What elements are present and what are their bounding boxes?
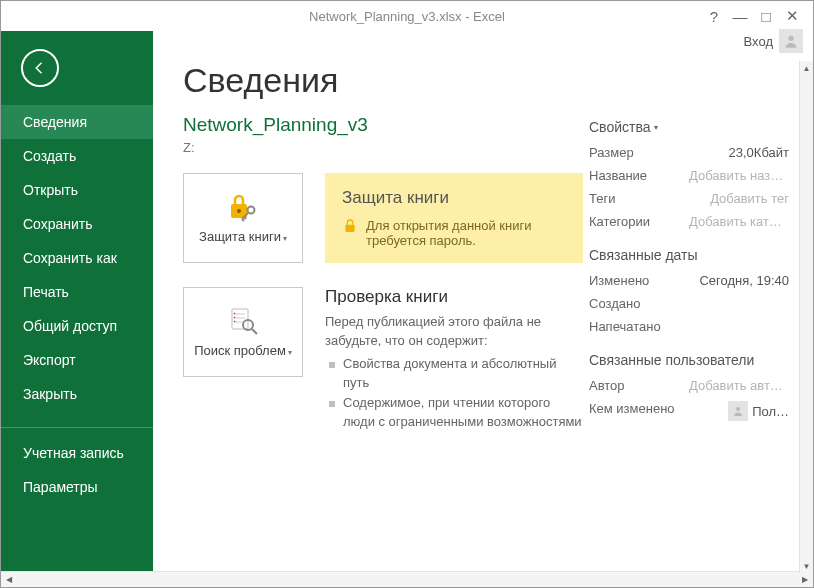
sidebar-item[interactable]: Сохранить — [1, 207, 153, 241]
inspect-intro: Перед публикацией этого файла не забудьт… — [325, 313, 583, 351]
properties-heading[interactable]: Свойства▾ — [589, 119, 789, 135]
property-key: Категории — [589, 214, 650, 229]
sidebar-item[interactable]: Сохранить как — [1, 241, 153, 275]
lock-icon — [342, 218, 358, 237]
protect-panel: Защита книги Для открытия данной книги т… — [325, 173, 583, 263]
sidebar-item[interactable]: Печать — [1, 275, 153, 309]
lock-key-icon — [227, 192, 259, 225]
sidebar-divider — [1, 427, 153, 428]
page-title: Сведения — [183, 61, 783, 100]
property-key: Создано — [589, 296, 640, 311]
svg-point-7 — [736, 407, 740, 411]
protect-workbook-button[interactable]: Защита книги▾ — [183, 173, 303, 263]
vertical-scrollbar[interactable]: ▲ ▼ — [799, 61, 813, 573]
property-value[interactable]: Добавить тег — [710, 191, 789, 206]
property-value[interactable]: Добавить категорию — [689, 214, 789, 229]
property-value[interactable]: Добавить автора — [689, 378, 789, 393]
sidebar-item[interactable]: Сведения — [1, 105, 153, 139]
sidebar-item[interactable]: Создать — [1, 139, 153, 173]
close-icon[interactable]: ✕ — [779, 5, 805, 27]
inspect-button[interactable]: Поиск проблем▾ — [183, 287, 303, 377]
property-row: Размер23,0Кбайт — [589, 145, 789, 160]
properties-panel: Свойства▾ Размер23,0КбайтНазваниеДобавит… — [589, 119, 789, 429]
property-row: ИзмененоСегодня, 19:40 — [589, 273, 789, 288]
related-people-heading: Связанные пользователи — [589, 352, 789, 368]
horizontal-scrollbar[interactable]: ◀ ▶ — [1, 571, 813, 587]
property-key: Название — [589, 168, 647, 183]
inspect-heading: Проверка книги — [325, 287, 583, 307]
chevron-down-icon: ▾ — [654, 123, 658, 132]
property-row: Напечатано — [589, 319, 789, 334]
property-value: Пол… — [728, 401, 789, 421]
main-content: Сведения Network_Planning_v3 Z: — [153, 31, 813, 571]
scroll-right-icon[interactable]: ▶ — [797, 575, 813, 584]
property-value: Сегодня, 19:40 — [699, 273, 789, 288]
property-value: 23,0Кбайт — [729, 145, 789, 160]
property-key: Напечатано — [589, 319, 661, 334]
property-row: Создано — [589, 296, 789, 311]
property-row: НазваниеДобавить название — [589, 168, 789, 183]
protect-heading: Защита книги — [342, 188, 566, 208]
sidebar-item[interactable]: Открыть — [1, 173, 153, 207]
svg-point-3 — [248, 206, 255, 213]
inspect-button-label: Поиск проблем▾ — [194, 343, 292, 359]
property-row: Кем измененоПол… — [589, 401, 789, 421]
inspect-info: Проверка книги Перед публикацией этого ф… — [325, 287, 583, 434]
scroll-up-icon[interactable]: ▲ — [800, 61, 813, 75]
sidebar: СведенияСоздатьОткрытьСохранитьСохранить… — [1, 31, 153, 571]
property-row: ТегиДобавить тег — [589, 191, 789, 206]
sidebar-footer-item[interactable]: Учетная запись — [1, 436, 153, 470]
sidebar-item[interactable]: Экспорт — [1, 343, 153, 377]
inspect-item: Свойства документа и абсолютный путь — [325, 355, 583, 393]
back-button[interactable] — [21, 49, 59, 87]
sidebar-footer-item[interactable]: Параметры — [1, 470, 153, 504]
property-key: Размер — [589, 145, 634, 160]
body: СведенияСоздатьОткрытьСохранитьСохранить… — [1, 31, 813, 571]
property-value[interactable]: Добавить название — [689, 168, 789, 183]
scroll-left-icon[interactable]: ◀ — [1, 575, 17, 584]
property-key: Автор — [589, 378, 625, 393]
protect-button-label: Защита книги▾ — [199, 229, 287, 245]
property-key: Теги — [589, 191, 615, 206]
help-icon[interactable]: ? — [701, 5, 727, 27]
person-avatar-icon — [728, 401, 748, 421]
svg-point-2 — [237, 209, 241, 213]
protect-desc: Для открытия данной книги требуется паро… — [366, 218, 566, 248]
maximize-icon[interactable]: □ — [753, 5, 779, 27]
sidebar-item[interactable]: Общий доступ — [1, 309, 153, 343]
window-title: Network_Planning_v3.xlsx - Excel — [309, 9, 505, 24]
scroll-down-icon[interactable]: ▼ — [800, 559, 813, 573]
checklist-magnifier-icon — [227, 306, 259, 339]
svg-rect-5 — [232, 309, 248, 329]
titlebar-controls: ? — □ ✕ — [701, 5, 805, 27]
property-key: Кем изменено — [589, 401, 675, 421]
sidebar-item[interactable]: Закрыть — [1, 377, 153, 411]
minimize-icon[interactable]: — — [727, 5, 753, 27]
titlebar: Network_Planning_v3.xlsx - Excel ? — □ ✕ — [1, 1, 813, 31]
property-key: Изменено — [589, 273, 649, 288]
backstage-window: Network_Planning_v3.xlsx - Excel ? — □ ✕… — [0, 0, 814, 588]
related-dates-heading: Связанные даты — [589, 247, 789, 263]
property-row: АвторДобавить автора — [589, 378, 789, 393]
svg-rect-4 — [345, 225, 354, 232]
inspect-item: Содержимое, при чтении которого люди с о… — [325, 394, 583, 432]
property-row: КатегорииДобавить категорию — [589, 214, 789, 229]
